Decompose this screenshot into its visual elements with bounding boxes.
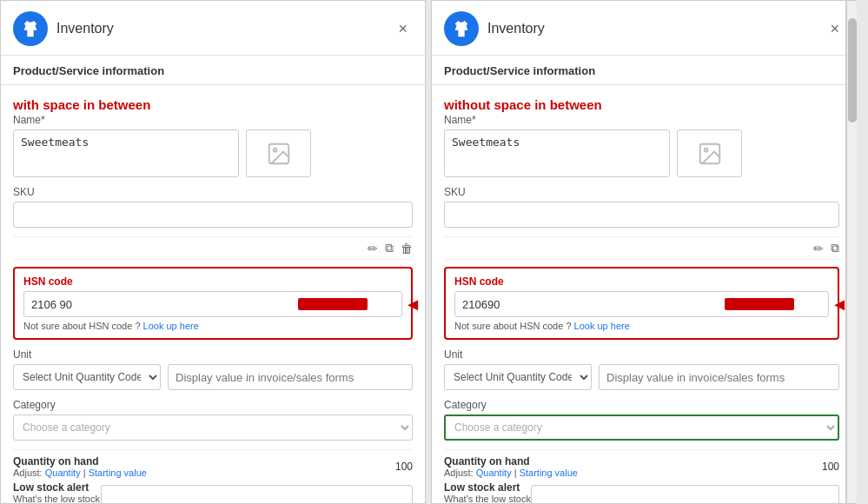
right-name-label: Name* <box>444 114 839 126</box>
left-hsn-redbar <box>298 298 368 310</box>
left-unit-group: Unit Select Unit Quantity Code (UQC <box>13 348 413 390</box>
left-category-label: Category <box>13 399 413 411</box>
left-category-select[interactable]: Choose a category <box>13 414 413 441</box>
right-sku-label: SKU <box>444 186 839 198</box>
left-hsn-help: Not sure about HSN code ? Look up here <box>23 321 402 331</box>
right-low-stock-row: Low stock alert What's the low stock ale… <box>444 481 839 503</box>
left-annotation: with space in between <box>13 94 413 114</box>
right-close-button[interactable]: × <box>825 19 845 38</box>
left-name-image-row: Sweetmeats <box>13 129 413 177</box>
left-low-stock-label: Low stock alert <box>13 481 101 494</box>
right-category-label: Category <box>444 399 839 411</box>
right-qty-on-hand-col: Quantity on hand Adjust: Quantity | Star… <box>444 455 578 478</box>
right-panel-header: Inventory × <box>432 1 857 56</box>
right-display-value-input[interactable] <box>599 364 839 390</box>
left-low-stock-row: Low stock alert What's the low stock ale… <box>13 481 413 503</box>
right-quantity-section: Quantity on hand Adjust: Quantity | Star… <box>444 449 839 503</box>
left-panel-body: with space in between Name* Sweetmeats S… <box>1 85 425 503</box>
left-close-button[interactable]: × <box>393 19 413 38</box>
right-hsn-redbar <box>725 298 794 310</box>
left-low-stock-input[interactable] <box>101 485 413 503</box>
left-trash-icon[interactable]: 🗑 <box>401 242 413 255</box>
left-hsn-label: HSN code <box>23 275 402 288</box>
left-hsn-section: HSN code ◄ Not sure about HSN code ? Loo… <box>13 267 413 340</box>
left-image-icon <box>266 141 292 167</box>
left-product-service-label: Product/Service information <box>13 56 413 84</box>
left-name-input[interactable]: Sweetmeats <box>13 129 239 177</box>
left-product-icon <box>13 11 48 46</box>
right-name-input[interactable]: Sweetmeats <box>444 129 670 177</box>
left-panel: Inventory × Product/Service information … <box>0 0 426 504</box>
right-qty-adjust: Adjust: Quantity | Starting value <box>444 468 578 478</box>
left-image-placeholder <box>246 129 311 177</box>
left-display-value-input[interactable] <box>168 364 413 390</box>
right-annotation: without space in between <box>444 94 839 114</box>
right-hsn-link[interactable]: Look up here <box>574 321 630 331</box>
right-quantity-link[interactable]: Quantity <box>476 468 512 478</box>
right-starting-value-link[interactable]: Starting value <box>520 468 578 478</box>
left-hsn-arrow: ◄ <box>404 295 421 315</box>
right-panel-title: Inventory <box>487 21 545 36</box>
right-product-service-label: Product/Service information <box>444 56 845 84</box>
right-category-select[interactable]: Choose a category <box>444 414 839 441</box>
svg-point-1 <box>273 148 276 151</box>
right-sku-input[interactable] <box>444 202 839 228</box>
left-copy-icon[interactable]: ⧉ <box>385 241 394 255</box>
right-toolbar-row: ✏ ⧉ <box>444 236 839 260</box>
left-panel-title: Inventory <box>56 21 114 36</box>
left-hsn-link[interactable]: Look up here <box>143 321 199 331</box>
left-sku-label: SKU <box>13 186 413 198</box>
right-header-left: Inventory <box>444 11 545 46</box>
right-panel: Inventory × Product/Service information … <box>431 0 857 504</box>
left-quantity-section: Quantity on hand Adjust: Quantity | Star… <box>13 449 413 503</box>
left-pencil-icon[interactable]: ✏ <box>368 242 378 255</box>
right-pencil-icon[interactable]: ✏ <box>813 242 824 255</box>
right-hsn-label: HSN code <box>454 275 829 288</box>
left-uqc-select[interactable]: Select Unit Quantity Code (UQC <box>13 364 161 390</box>
left-qty-on-hand-value: 100 <box>395 461 413 473</box>
right-qty-on-hand-row: Quantity on hand Adjust: Quantity | Star… <box>444 455 839 478</box>
right-unit-label: Unit <box>444 348 839 361</box>
right-hsn-help: Not sure about HSN code ? Look up here <box>454 321 829 331</box>
right-low-stock-link[interactable]: What's the low stock alert? <box>444 494 531 503</box>
right-qty-on-hand-label: Quantity on hand <box>444 455 578 468</box>
right-sku-group: SKU <box>444 186 839 228</box>
left-category-group: Category Choose a category <box>13 399 413 441</box>
right-low-stock-input[interactable] <box>531 485 839 503</box>
right-low-stock-label: Low stock alert <box>444 481 531 494</box>
left-name-label: Name* <box>13 114 413 126</box>
left-low-stock-link[interactable]: What's the low stock alert? <box>13 494 101 503</box>
right-panel-body: without space in between Name* Sweetmeat… <box>432 85 857 503</box>
right-low-stock-col: Low stock alert What's the low stock ale… <box>444 481 531 503</box>
left-starting-value-link[interactable]: Starting value <box>89 468 147 478</box>
left-qty-adjust: Adjust: Quantity | Starting value <box>13 468 147 478</box>
left-header-left: Inventory <box>13 11 114 46</box>
left-hsn-input-wrapper: ◄ <box>23 291 402 317</box>
left-sku-input[interactable] <box>13 202 413 228</box>
left-sku-group: SKU <box>13 186 413 228</box>
left-quantity-link[interactable]: Quantity <box>45 468 81 478</box>
right-copy-icon[interactable]: ⧉ <box>831 241 839 255</box>
left-panel-header: Inventory × <box>1 1 425 56</box>
right-unit-group: Unit Select Unit Quantity Code (UQC <box>444 348 839 390</box>
svg-point-3 <box>704 148 707 151</box>
tshirt-icon <box>21 19 40 38</box>
right-hsn-input-wrapper: ◄ <box>454 291 829 317</box>
right-product-icon <box>444 11 479 46</box>
left-qty-on-hand-row: Quantity on hand Adjust: Quantity | Star… <box>13 455 413 478</box>
right-scrollbar-thumb[interactable] <box>848 18 857 123</box>
right-image-icon <box>697 141 723 167</box>
right-unit-select-row: Select Unit Quantity Code (UQC <box>444 364 839 390</box>
left-qty-on-hand-label: Quantity on hand <box>13 455 147 468</box>
right-name-image-row: Sweetmeats <box>444 129 839 177</box>
right-hsn-section: HSN code ◄ Not sure about HSN code ? Loo… <box>444 267 839 340</box>
right-scrollbar[interactable] <box>846 1 857 503</box>
right-image-placeholder <box>677 129 742 177</box>
right-name-group: Name* Sweetmeats <box>444 114 839 177</box>
right-category-group: Category Choose a category <box>444 399 839 441</box>
right-tshirt-icon <box>452 19 471 38</box>
left-low-stock-col: Low stock alert What's the low stock ale… <box>13 481 101 503</box>
right-qty-on-hand-value: 100 <box>822 461 839 473</box>
right-uqc-select[interactable]: Select Unit Quantity Code (UQC <box>444 364 592 390</box>
left-qty-on-hand-col: Quantity on hand Adjust: Quantity | Star… <box>13 455 147 478</box>
